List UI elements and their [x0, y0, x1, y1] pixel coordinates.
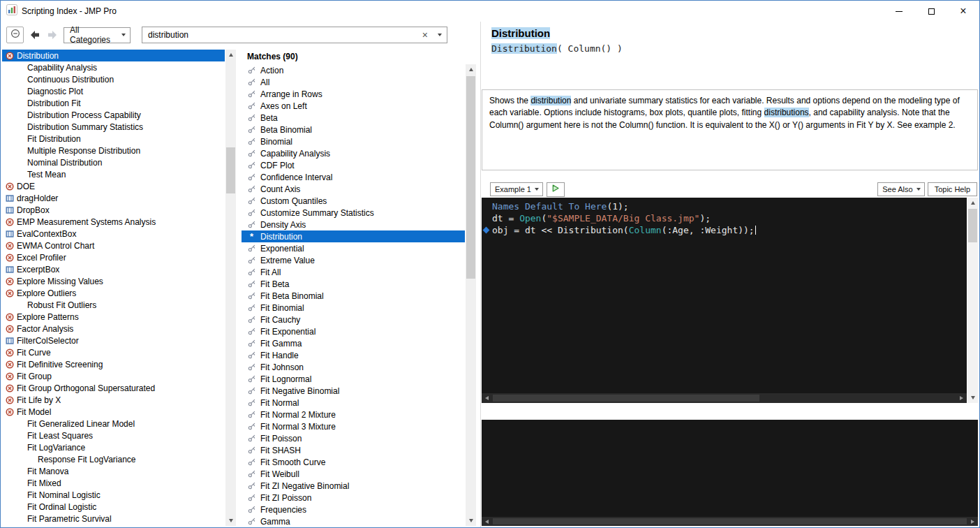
- tree-item-distribution[interactable]: Distribution: [2, 50, 225, 61]
- scrollbar-thumb[interactable]: [968, 209, 977, 242]
- match-item-fit-gamma[interactable]: Fit Gamma: [242, 337, 465, 349]
- tree-item-excerptbox[interactable]: ExcerptBox: [2, 263, 225, 275]
- match-item-fit-handle[interactable]: Fit Handle: [242, 349, 465, 361]
- tree-item-fit-least-squares[interactable]: Fit Least Squares: [2, 430, 225, 441]
- tree-item-fit-group[interactable]: Fit Group: [2, 370, 225, 382]
- match-item-fit-exponential[interactable]: Fit Exponential: [242, 325, 465, 337]
- collapse-all-button[interactable]: [6, 27, 24, 43]
- tree-scrollbar[interactable]: [225, 50, 236, 526]
- match-item-fit-all[interactable]: Fit All: [242, 266, 465, 278]
- scroll-up-icon[interactable]: [225, 50, 236, 60]
- tree-item-capability-analysis[interactable]: Capability Analysis: [2, 61, 225, 73]
- match-item-count-axis[interactable]: Count Axis: [242, 183, 465, 195]
- back-button[interactable]: [29, 30, 41, 40]
- tree-item-dropbox[interactable]: DropBox: [2, 204, 225, 216]
- clear-search-icon[interactable]: ×: [417, 29, 433, 41]
- tree-item-doe[interactable]: DOE: [2, 180, 225, 192]
- see-also-dropdown[interactable]: See Also: [877, 182, 924, 196]
- forward-button[interactable]: [46, 30, 59, 40]
- editor-vertical-scrollbar[interactable]: [967, 198, 978, 403]
- match-item-density-axis[interactable]: Density Axis: [242, 219, 465, 230]
- match-item-exponential[interactable]: Exponential: [242, 242, 465, 254]
- scroll-up-icon[interactable]: [466, 64, 476, 75]
- tree-item-distribution-summary-statistics[interactable]: Distribution Summary Statistics: [2, 121, 225, 133]
- run-script-button[interactable]: [547, 182, 565, 197]
- tree-item-fit-group-orthogonal-supersaturated[interactable]: Fit Group Orthogonal Supersaturated: [2, 382, 225, 394]
- scroll-right-icon[interactable]: [967, 517, 978, 527]
- match-item-fit-shash[interactable]: Fit SHASH: [242, 444, 465, 456]
- tree-item-explore-patterns[interactable]: Explore Patterns: [2, 311, 225, 323]
- tree-item-fit-manova[interactable]: Fit Manova: [2, 465, 225, 477]
- match-item-frequencies[interactable]: Frequencies: [242, 504, 465, 515]
- topic-help-button[interactable]: Topic Help: [928, 182, 977, 196]
- match-item-all[interactable]: All: [242, 76, 465, 88]
- match-item-customize-summary-statistics[interactable]: Customize Summary Statistics: [242, 207, 465, 219]
- scrollbar-thumb[interactable]: [493, 395, 759, 402]
- match-item-action[interactable]: Action: [242, 64, 465, 76]
- match-item-confidence-interval[interactable]: Confidence Interval: [242, 171, 465, 183]
- match-item-fit-beta-binomial[interactable]: Fit Beta Binomial: [242, 290, 465, 302]
- tree-item-fit-ordinal-logistic[interactable]: Fit Ordinal Logistic: [2, 501, 225, 513]
- scroll-down-icon[interactable]: [967, 393, 978, 403]
- match-item-fit-cauchy[interactable]: Fit Cauchy: [242, 314, 465, 325]
- match-item-fit-beta[interactable]: Fit Beta: [242, 278, 465, 290]
- editor-horizontal-scrollbar[interactable]: [482, 393, 967, 403]
- output-panel[interactable]: [482, 420, 978, 526]
- search-input[interactable]: [142, 30, 417, 40]
- example-dropdown[interactable]: Example 1: [490, 182, 543, 196]
- match-item-fit-negative-binomial[interactable]: Fit Negative Binomial: [242, 385, 465, 397]
- match-item-fit-normal[interactable]: Fit Normal: [242, 397, 465, 409]
- tree-item-nominal-distribution[interactable]: Nominal Distribution: [2, 156, 225, 168]
- tree-item-emp-measurement-systems-analysis[interactable]: EMP Measurement Systems Analysis: [2, 216, 225, 228]
- tree-item-fit-nominal-logistic[interactable]: Fit Nominal Logistic: [2, 489, 225, 501]
- match-item-cdf-plot[interactable]: CDF Plot: [242, 159, 465, 171]
- maximize-button[interactable]: [915, 1, 947, 22]
- tree-item-evalcontextbox[interactable]: EvalContextBox: [2, 228, 225, 240]
- tree-item-fit-definitive-screening[interactable]: Fit Definitive Screening: [2, 358, 225, 370]
- match-item-extreme-value[interactable]: Extreme Value: [242, 254, 465, 266]
- tree-item-distribution-process-capability[interactable]: Distribution Process Capability: [2, 109, 225, 121]
- match-item-arrange-in-rows[interactable]: Arrange in Rows: [242, 88, 465, 100]
- tree-item-multiple-response-distribution[interactable]: Multiple Response Distribution: [2, 145, 225, 156]
- tree-item-ewma-control-chart[interactable]: EWMA Control Chart: [2, 240, 225, 251]
- tree-item-test-mean[interactable]: Test Mean: [2, 168, 225, 180]
- minimize-button[interactable]: [883, 1, 915, 22]
- match-item-custom-quantiles[interactable]: Custom Quantiles: [242, 195, 465, 207]
- tree-item-fit-distribution[interactable]: Fit Distribution: [2, 133, 225, 145]
- match-item-fit-binomial[interactable]: Fit Binomial: [242, 302, 465, 314]
- scroll-down-icon[interactable]: [225, 515, 236, 526]
- tree-item-fit-life-by-x[interactable]: Fit Life by X: [2, 394, 225, 406]
- match-item-fit-johnson[interactable]: Fit Johnson: [242, 361, 465, 373]
- match-item-fit-normal-3-mixture[interactable]: Fit Normal 3 Mixture: [242, 420, 465, 432]
- match-item-beta-binomial[interactable]: Beta Binomial: [242, 124, 465, 135]
- tree-item-dragholder[interactable]: dragHolder: [2, 192, 225, 204]
- match-item-fit-zi-poisson[interactable]: Fit ZI Poisson: [242, 492, 465, 504]
- match-item-fit-weibull[interactable]: Fit Weibull: [242, 468, 465, 480]
- tree-item-fit-parametric-survival[interactable]: Fit Parametric Survival: [2, 513, 225, 525]
- match-item-beta[interactable]: Beta: [242, 112, 465, 124]
- match-item-fit-normal-2-mixture[interactable]: Fit Normal 2 Mixture: [242, 409, 465, 420]
- match-item-capability-analysis[interactable]: Capability Analysis: [242, 147, 465, 159]
- scroll-up-icon[interactable]: [967, 198, 978, 208]
- match-item-gamma[interactable]: Gamma: [242, 515, 465, 526]
- match-item-fit-zi-negative-binomial[interactable]: Fit ZI Negative Binomial: [242, 480, 465, 492]
- match-item-fit-poisson[interactable]: Fit Poisson: [242, 432, 465, 444]
- scrollbar-thumb[interactable]: [466, 76, 475, 279]
- tree-item-explore-missing-values[interactable]: Explore Missing Values: [2, 275, 225, 287]
- tree-item-fit-model[interactable]: Fit Model: [2, 406, 225, 418]
- tree-item-robust-fit-outliers[interactable]: Robust Fit Outliers: [2, 299, 225, 311]
- scrollbar-thumb[interactable]: [493, 518, 967, 525]
- match-item-distribution[interactable]: *Distribution: [242, 230, 465, 242]
- scroll-right-icon[interactable]: [956, 393, 967, 403]
- tree-item-distribution-fit[interactable]: Distribution Fit: [2, 97, 225, 109]
- search-history-dropdown[interactable]: [433, 27, 447, 43]
- tree-item-continuous-distribution[interactable]: Continuous Distribution: [2, 73, 225, 85]
- tree-item-fit-mixed[interactable]: Fit Mixed: [2, 477, 225, 489]
- tree-item-fit-curve[interactable]: Fit Curve: [2, 346, 225, 358]
- match-item-fit-lognormal[interactable]: Fit Lognormal: [242, 373, 465, 385]
- match-item-binomial[interactable]: Binomial: [242, 135, 465, 147]
- tree-item-explore-outliers[interactable]: Explore Outliers: [2, 287, 225, 299]
- scroll-down-icon[interactable]: [466, 515, 476, 526]
- code-editor-area[interactable]: Names Default To Here(1);dt = Open("$SAM…: [482, 198, 967, 393]
- tree-item-excel-profiler[interactable]: Excel Profiler: [2, 251, 225, 263]
